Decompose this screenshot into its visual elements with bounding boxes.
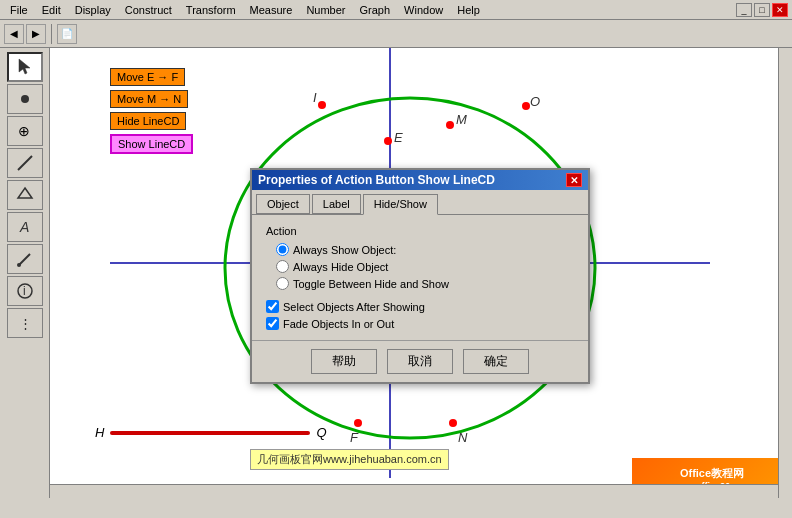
- btn-ok[interactable]: 确定: [463, 349, 529, 374]
- dialog-close-btn[interactable]: ✕: [566, 173, 582, 187]
- radio-always-show-label: Always Show Object:: [293, 244, 396, 256]
- menu-measure[interactable]: Measure: [244, 3, 299, 17]
- label-E: E: [394, 130, 403, 145]
- dialog-buttons: 帮助 取消 确定: [252, 340, 588, 382]
- point-I[interactable]: [318, 101, 326, 109]
- tool-compass[interactable]: ⊕: [7, 116, 43, 146]
- toolbar-back[interactable]: ◀: [4, 24, 24, 44]
- dialog-content: Action Always Show Object: Always Hide O…: [252, 215, 588, 340]
- toolbar-new[interactable]: 📄: [57, 24, 77, 44]
- label-H: H: [95, 425, 104, 440]
- point-M[interactable]: [446, 121, 454, 129]
- svg-line-3: [18, 156, 32, 170]
- svg-marker-4: [18, 188, 32, 198]
- btn-move-ef[interactable]: Move E → F: [110, 68, 185, 86]
- toolbox: ⊕ A i ⋮: [0, 48, 50, 498]
- btn-help[interactable]: 帮助: [311, 349, 377, 374]
- action-label: Action: [266, 225, 574, 237]
- checkbox-select-after[interactable]: Select Objects After Showing: [266, 300, 574, 313]
- office-badge-line1: Office教程网: [680, 466, 744, 481]
- horizontal-scrollbar[interactable]: [50, 484, 778, 498]
- menu-graph[interactable]: Graph: [354, 3, 397, 17]
- radio-always-show[interactable]: Always Show Object:: [276, 243, 574, 256]
- svg-marker-0: [19, 59, 30, 74]
- tool-line[interactable]: [7, 148, 43, 178]
- svg-point-1: [21, 95, 29, 103]
- radio-toggle-label: Toggle Between Hide and Show: [293, 278, 449, 290]
- radio-toggle-input[interactable]: [276, 277, 289, 290]
- radio-always-hide-label: Always Hide Object: [293, 261, 388, 273]
- menu-window[interactable]: Window: [398, 3, 449, 17]
- minimize-btn[interactable]: _: [736, 3, 752, 17]
- btn-hide-linecd[interactable]: Hide LineCD: [110, 112, 186, 130]
- toolbar-fwd[interactable]: ▶: [26, 24, 46, 44]
- svg-line-6: [19, 254, 30, 265]
- btn-cancel[interactable]: 取消: [387, 349, 453, 374]
- radio-always-hide-input[interactable]: [276, 260, 289, 273]
- menu-transform[interactable]: Transform: [180, 3, 242, 17]
- checkbox-select-after-input[interactable]: [266, 300, 279, 313]
- radio-group: Always Show Object: Always Hide Object T…: [276, 243, 574, 290]
- menu-file[interactable]: File: [4, 3, 34, 17]
- tab-label[interactable]: Label: [312, 194, 361, 214]
- dialog-titlebar: Properties of Action Button Show LineCD …: [252, 170, 588, 190]
- tool-select[interactable]: [7, 52, 43, 82]
- hq-line-segment: [110, 431, 310, 435]
- main-area: ⊕ A i ⋮: [0, 48, 792, 498]
- tool-marker[interactable]: [7, 244, 43, 274]
- point-N[interactable]: [449, 419, 457, 427]
- checkbox-fade-input[interactable]: [266, 317, 279, 330]
- svg-point-7: [17, 263, 21, 267]
- tool-point[interactable]: [7, 84, 43, 114]
- btn-show-linecd[interactable]: Show LineCD: [110, 134, 193, 154]
- tab-hideshow[interactable]: Hide/Show: [363, 194, 438, 215]
- hq-segment: H Q: [95, 425, 327, 440]
- point-F[interactable]: [354, 419, 362, 427]
- menu-display[interactable]: Display: [69, 3, 117, 17]
- close-btn[interactable]: ✕: [772, 3, 788, 17]
- tool-more[interactable]: ⋮: [7, 308, 43, 338]
- properties-dialog: Properties of Action Button Show LineCD …: [250, 168, 590, 384]
- svg-text:i: i: [23, 284, 26, 298]
- radio-always-show-input[interactable]: [276, 243, 289, 256]
- vertical-scrollbar[interactable]: [778, 48, 792, 498]
- svg-text:A: A: [19, 219, 29, 235]
- svg-text:⋮: ⋮: [19, 316, 32, 331]
- menu-construct[interactable]: Construct: [119, 3, 178, 17]
- maximize-btn[interactable]: □: [754, 3, 770, 17]
- btn-move-mn[interactable]: Move M → N: [110, 90, 188, 108]
- radio-toggle[interactable]: Toggle Between Hide and Show: [276, 277, 574, 290]
- checkbox-fade-label: Fade Objects In or Out: [283, 318, 394, 330]
- tool-text[interactable]: A: [7, 212, 43, 242]
- label-N: N: [458, 430, 467, 445]
- canvas-area: Move E → F Move M → N Hide LineCD Show L…: [50, 48, 792, 498]
- radio-always-hide[interactable]: Always Hide Object: [276, 260, 574, 273]
- checkbox-group: Select Objects After Showing Fade Object…: [266, 300, 574, 330]
- menu-number[interactable]: Number: [300, 3, 351, 17]
- label-Q: Q: [316, 425, 326, 440]
- dialog-title: Properties of Action Button Show LineCD: [258, 173, 495, 187]
- menu-edit[interactable]: Edit: [36, 3, 67, 17]
- watermark: 几何画板官网www.jihehuaban.com.cn: [250, 449, 449, 470]
- label-F: F: [350, 430, 358, 445]
- label-M: M: [456, 112, 467, 127]
- menu-help[interactable]: Help: [451, 3, 486, 17]
- menubar: File Edit Display Construct Transform Me…: [0, 0, 792, 20]
- toolbar: ◀ ▶ 📄: [0, 20, 792, 48]
- dialog-tabs: Object Label Hide/Show: [252, 190, 588, 215]
- tool-polygon[interactable]: [7, 180, 43, 210]
- point-O[interactable]: [522, 102, 530, 110]
- label-O: O: [530, 94, 540, 109]
- svg-text:⊕: ⊕: [18, 123, 30, 139]
- tab-object[interactable]: Object: [256, 194, 310, 214]
- tool-info[interactable]: i: [7, 276, 43, 306]
- checkbox-fade[interactable]: Fade Objects In or Out: [266, 317, 574, 330]
- checkbox-select-after-label: Select Objects After Showing: [283, 301, 425, 313]
- point-E[interactable]: [384, 137, 392, 145]
- label-I: I: [313, 90, 317, 105]
